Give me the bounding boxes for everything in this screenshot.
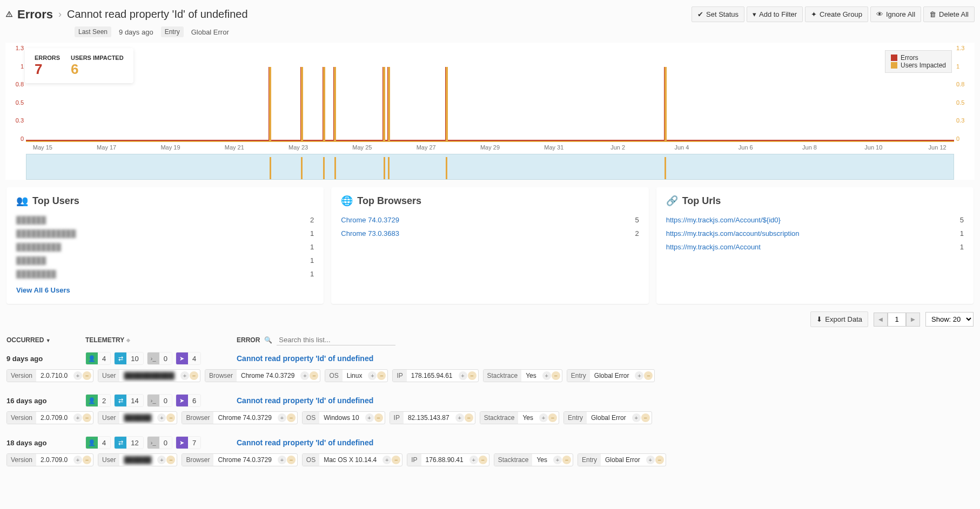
plus-icon[interactable]: +	[73, 413, 82, 422]
minus-icon[interactable]: −	[83, 456, 91, 464]
chart-area[interactable]: 1.310.80.50.30 1.310.80.50.30	[14, 45, 966, 142]
plus-icon[interactable]: +	[368, 371, 377, 380]
minus-icon[interactable]: −	[287, 456, 296, 464]
minus-icon[interactable]: −	[465, 413, 473, 422]
view-all-users-link[interactable]: View All 6 Users	[16, 286, 70, 294]
minus-icon[interactable]: −	[83, 371, 91, 380]
plus-icon[interactable]: +	[73, 371, 82, 380]
error-link[interactable]: Cannot read property 'Id' of undefined	[237, 396, 373, 405]
chart-spike[interactable]	[446, 67, 448, 141]
meta-pill[interactable]: Version2.0.709.0+−	[6, 453, 93, 466]
chart-spike[interactable]	[664, 67, 667, 141]
plus-icon[interactable]: +	[300, 371, 309, 380]
meta-pill[interactable]: BrowserChrome 74.0.3729+−	[205, 369, 320, 382]
minus-icon[interactable]: −	[655, 456, 664, 464]
plus-icon[interactable]: +	[553, 456, 562, 464]
network-badge[interactable]: ⇄12	[114, 436, 143, 449]
meta-pill[interactable]: OSWindows 10+−	[302, 411, 385, 424]
minus-icon[interactable]: −	[468, 371, 476, 380]
minus-icon[interactable]: −	[644, 371, 653, 380]
meta-pill[interactable]: OSLinux+−	[325, 369, 388, 382]
network-badge[interactable]: ⇄14	[114, 394, 143, 407]
meta-pill[interactable]: IP82.135.143.87+−	[390, 411, 475, 424]
console-badge[interactable]: ›_0	[147, 436, 172, 449]
minus-icon[interactable]: −	[166, 413, 175, 422]
list-item[interactable]: █████████1	[16, 240, 314, 254]
chart-spike[interactable]	[334, 67, 336, 141]
plus-icon[interactable]: +	[278, 413, 286, 422]
list-item[interactable]: Chrome 73.0.36832	[341, 227, 639, 240]
set-status-button[interactable]: ✔Set Status	[692, 6, 744, 22]
plus-icon[interactable]: +	[180, 371, 189, 380]
chart-spike[interactable]	[301, 67, 303, 141]
minus-icon[interactable]: −	[83, 413, 91, 422]
meta-pill[interactable]: StacktraceYes+−	[483, 369, 562, 382]
chart-spike[interactable]	[323, 67, 325, 141]
minus-icon[interactable]: −	[166, 456, 175, 464]
plus-icon[interactable]: +	[157, 456, 166, 464]
minus-icon[interactable]: −	[548, 413, 557, 422]
plus-icon[interactable]: +	[459, 371, 467, 380]
list-item[interactable]: https://my.trackjs.com/Account/${id0}5	[666, 213, 964, 227]
list-item[interactable]: Chrome 74.0.37295	[341, 213, 639, 227]
meta-pill[interactable]: User███████████+−	[98, 369, 200, 382]
meta-pill[interactable]: EntryGlobal Error+−	[563, 411, 652, 424]
meta-pill[interactable]: EntryGlobal Error+−	[567, 369, 655, 382]
prev-page-button[interactable]: ◄	[874, 313, 888, 327]
list-item[interactable]: https://my.trackjs.com/Account1	[666, 240, 964, 254]
meta-pill[interactable]: IP178.165.94.61+−	[392, 369, 478, 382]
console-badge[interactable]: ›_0	[147, 352, 172, 365]
meta-pill[interactable]: User██████+−	[98, 453, 177, 466]
meta-pill[interactable]: StacktraceYes+−	[480, 411, 559, 424]
minus-icon[interactable]: −	[479, 456, 487, 464]
minus-icon[interactable]: −	[641, 413, 650, 422]
meta-pill[interactable]: Version2.0.709.0+−	[6, 411, 93, 424]
minus-icon[interactable]: −	[552, 371, 560, 380]
col-telemetry[interactable]: TELEMETRY ◆	[85, 336, 237, 344]
plus-icon[interactable]: +	[157, 413, 166, 422]
chart-spike[interactable]	[383, 67, 385, 141]
list-item[interactable]: https://my.trackjs.com/account/subscript…	[666, 227, 964, 240]
chart-spike[interactable]	[388, 67, 390, 141]
brush-area[interactable]	[26, 154, 954, 180]
create-group-button[interactable]: ✦Create Group	[805, 6, 868, 22]
meta-pill[interactable]: OSMac OS X 10.14.4+−	[302, 453, 402, 466]
plus-icon[interactable]: +	[539, 413, 548, 422]
nav-badge[interactable]: ➤7	[176, 436, 201, 449]
add-filter-button[interactable]: ▾Add to Filter	[747, 6, 803, 22]
plus-icon[interactable]: +	[365, 413, 374, 422]
minus-icon[interactable]: −	[392, 456, 400, 464]
plus-icon[interactable]: +	[646, 456, 655, 464]
ignore-all-button[interactable]: 👁Ignore All	[870, 6, 921, 22]
list-item[interactable]: ████████████1	[16, 227, 314, 240]
minus-icon[interactable]: −	[310, 371, 318, 380]
plot[interactable]	[26, 45, 954, 142]
user-badge[interactable]: 👤4	[85, 352, 111, 365]
export-button[interactable]: ⬇Export Data	[810, 311, 868, 327]
minus-icon[interactable]: −	[374, 413, 383, 422]
minus-icon[interactable]: −	[287, 413, 296, 422]
browser-link[interactable]: Chrome 74.0.3729	[341, 216, 399, 224]
meta-pill[interactable]: BrowserChrome 74.0.3729+−	[182, 453, 297, 466]
plus-icon[interactable]: +	[382, 456, 391, 464]
col-occurred[interactable]: OCCURRED ▼	[6, 336, 85, 344]
meta-pill[interactable]: BrowserChrome 74.0.3729+−	[182, 411, 297, 424]
nav-badge[interactable]: ➤6	[176, 394, 201, 407]
search-input[interactable]	[277, 335, 395, 345]
chart-spike[interactable]	[269, 67, 271, 141]
minus-icon[interactable]: −	[377, 371, 386, 380]
url-link[interactable]: https://my.trackjs.com/account/subscript…	[666, 229, 800, 237]
plus-icon[interactable]: +	[635, 371, 643, 380]
error-link[interactable]: Cannot read property 'Id' of undefined	[237, 354, 373, 363]
next-page-button[interactable]: ►	[906, 313, 920, 327]
minus-icon[interactable]: −	[562, 456, 571, 464]
user-badge[interactable]: 👤2	[85, 394, 111, 407]
plus-icon[interactable]: +	[632, 413, 641, 422]
meta-pill[interactable]: IP176.88.90.41+−	[407, 453, 489, 466]
console-badge[interactable]: ›_0	[147, 394, 172, 407]
plus-icon[interactable]: +	[455, 413, 464, 422]
plus-icon[interactable]: +	[542, 371, 551, 380]
list-item[interactable]: ████████1	[16, 267, 314, 281]
delete-all-button[interactable]: 🗑Delete All	[923, 6, 975, 22]
meta-pill[interactable]: StacktraceYes+−	[494, 453, 573, 466]
